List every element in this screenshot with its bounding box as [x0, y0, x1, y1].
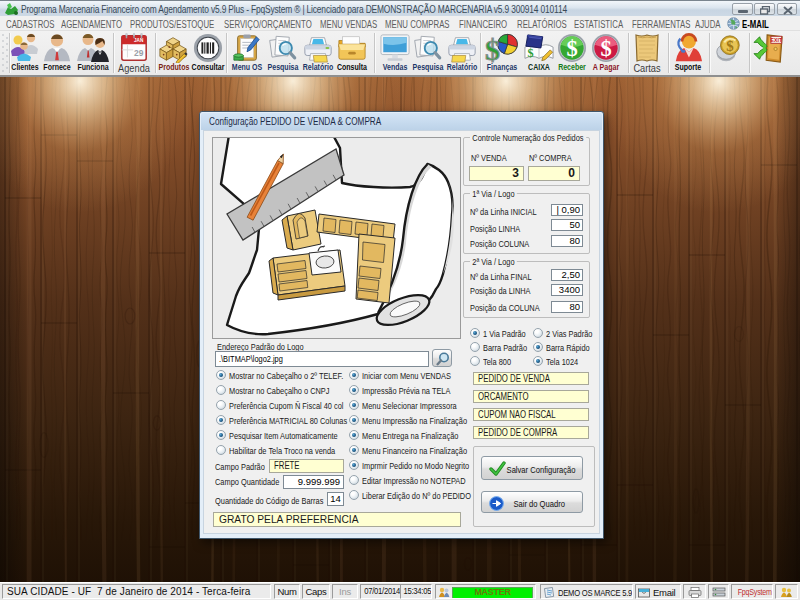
svg-text:$: $: [566, 36, 577, 61]
svg-text:29: 29: [134, 48, 144, 58]
svg-text:JAN: JAN: [134, 38, 144, 43]
svg-text:$: $: [600, 36, 611, 61]
svg-text:$: $: [528, 46, 534, 60]
svg-text:$: $: [726, 38, 734, 54]
svg-text:$: $: [485, 33, 500, 63]
svg-text:EXIT: EXIT: [771, 37, 783, 43]
